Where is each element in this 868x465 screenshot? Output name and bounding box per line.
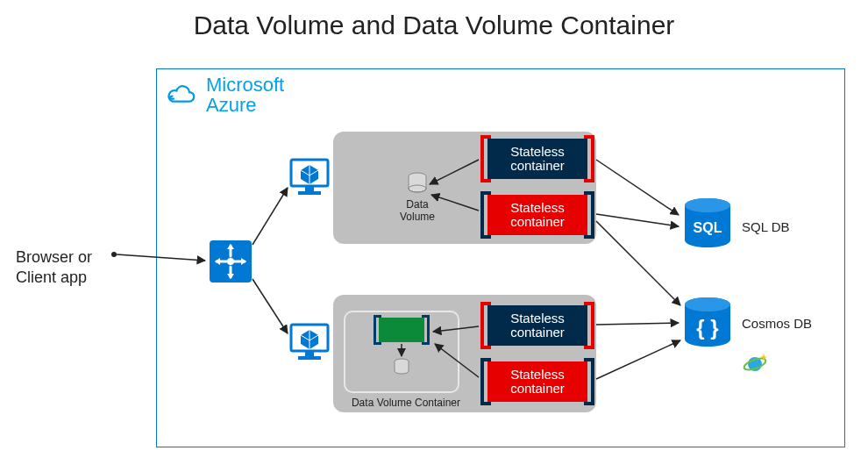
stateless-container-label: Stateless container — [487, 145, 587, 174]
data-volume-cylinder-icon — [407, 172, 428, 197]
stateless-container-label: Stateless container — [487, 311, 587, 340]
azure-brand: Microsoft Azure — [166, 75, 284, 115]
cosmos-planet-icon — [742, 351, 768, 377]
azure-cloud-icon — [166, 82, 197, 107]
vm-host-top-icon — [289, 158, 330, 197]
cosmos-db-icon: { } — [682, 297, 733, 354]
cosmos-db-label: Cosmos DB — [742, 316, 812, 331]
stateless-container-bottom-2: Stateless container — [487, 361, 587, 402]
data-volume-container-label: Data Volume Container — [347, 397, 465, 409]
cosmos-badge-text: { } — [696, 316, 718, 340]
svg-point-17 — [111, 252, 117, 257]
azure-brand-line2: Azure — [206, 94, 256, 116]
svg-point-14 — [685, 297, 730, 311]
load-balancer-icon — [208, 239, 253, 284]
stateless-container-top-1: Stateless container — [487, 139, 587, 179]
vm-host-bottom-icon — [289, 323, 330, 361]
svg-rect-8 — [298, 356, 321, 360]
data-volume-container-cylinder-icon — [393, 358, 410, 377]
sql-badge-text: SQL — [694, 220, 722, 235]
sql-db-icon: SQL — [682, 197, 733, 255]
svg-point-12 — [685, 198, 730, 212]
stateless-container-label: Stateless container — [487, 201, 587, 230]
azure-brand-line1: Microsoft — [206, 74, 284, 96]
data-volume: Data Volume — [391, 172, 444, 223]
svg-rect-4 — [305, 186, 314, 191]
sql-db-label: SQL DB — [742, 219, 789, 234]
data-volume-label-line1: Data — [406, 198, 428, 211]
stateless-container-label: Stateless container — [487, 368, 587, 397]
data-volume-container-icon — [379, 318, 424, 342]
azure-brand-text: Microsoft Azure — [206, 75, 284, 115]
svg-point-10 — [227, 258, 234, 265]
stateless-container-top-2: Stateless container — [487, 195, 587, 235]
client-label-line1: Browser or — [16, 248, 92, 266]
client-label-line2: Client app — [16, 268, 87, 286]
data-volume-label-line2: Volume — [400, 211, 435, 223]
svg-rect-7 — [305, 351, 314, 356]
stateless-container-bottom-1: Stateless container — [487, 305, 587, 346]
client-app-label: Browser or Client app — [16, 247, 92, 289]
diagram-title: Data Volume and Data Volume Container — [0, 11, 868, 40]
svg-rect-5 — [298, 191, 321, 195]
